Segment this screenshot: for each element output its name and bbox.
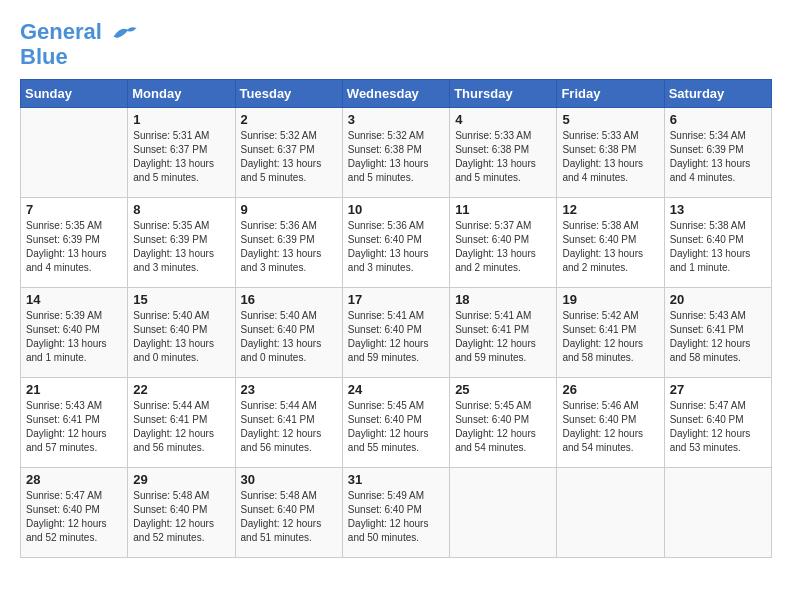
day-info: Sunrise: 5:36 AM Sunset: 6:39 PM Dayligh… xyxy=(241,219,337,275)
calendar-cell: 8Sunrise: 5:35 AM Sunset: 6:39 PM Daylig… xyxy=(128,198,235,288)
calendar-cell: 20Sunrise: 5:43 AM Sunset: 6:41 PM Dayli… xyxy=(664,288,771,378)
day-number: 22 xyxy=(133,382,229,397)
calendar-cell: 19Sunrise: 5:42 AM Sunset: 6:41 PM Dayli… xyxy=(557,288,664,378)
day-info: Sunrise: 5:41 AM Sunset: 6:41 PM Dayligh… xyxy=(455,309,551,365)
day-info: Sunrise: 5:40 AM Sunset: 6:40 PM Dayligh… xyxy=(241,309,337,365)
day-info: Sunrise: 5:32 AM Sunset: 6:37 PM Dayligh… xyxy=(241,129,337,185)
calendar-cell: 21Sunrise: 5:43 AM Sunset: 6:41 PM Dayli… xyxy=(21,378,128,468)
day-number: 31 xyxy=(348,472,444,487)
day-number: 19 xyxy=(562,292,658,307)
day-number: 28 xyxy=(26,472,122,487)
calendar-header: SundayMondayTuesdayWednesdayThursdayFrid… xyxy=(21,80,772,108)
day-info: Sunrise: 5:40 AM Sunset: 6:40 PM Dayligh… xyxy=(133,309,229,365)
calendar-cell: 12Sunrise: 5:38 AM Sunset: 6:40 PM Dayli… xyxy=(557,198,664,288)
day-number: 14 xyxy=(26,292,122,307)
day-number: 24 xyxy=(348,382,444,397)
day-info: Sunrise: 5:45 AM Sunset: 6:40 PM Dayligh… xyxy=(455,399,551,455)
header-cell-saturday: Saturday xyxy=(664,80,771,108)
day-number: 25 xyxy=(455,382,551,397)
day-number: 5 xyxy=(562,112,658,127)
day-info: Sunrise: 5:37 AM Sunset: 6:40 PM Dayligh… xyxy=(455,219,551,275)
calendar-cell: 5Sunrise: 5:33 AM Sunset: 6:38 PM Daylig… xyxy=(557,108,664,198)
day-number: 4 xyxy=(455,112,551,127)
calendar-cell: 14Sunrise: 5:39 AM Sunset: 6:40 PM Dayli… xyxy=(21,288,128,378)
day-number: 6 xyxy=(670,112,766,127)
calendar-cell: 3Sunrise: 5:32 AM Sunset: 6:38 PM Daylig… xyxy=(342,108,449,198)
day-number: 21 xyxy=(26,382,122,397)
day-info: Sunrise: 5:48 AM Sunset: 6:40 PM Dayligh… xyxy=(241,489,337,545)
day-info: Sunrise: 5:43 AM Sunset: 6:41 PM Dayligh… xyxy=(26,399,122,455)
calendar-cell: 23Sunrise: 5:44 AM Sunset: 6:41 PM Dayli… xyxy=(235,378,342,468)
header-cell-sunday: Sunday xyxy=(21,80,128,108)
calendar-cell: 4Sunrise: 5:33 AM Sunset: 6:38 PM Daylig… xyxy=(450,108,557,198)
logo-bird-icon xyxy=(110,21,138,45)
day-number: 3 xyxy=(348,112,444,127)
header-cell-friday: Friday xyxy=(557,80,664,108)
calendar-week-3: 14Sunrise: 5:39 AM Sunset: 6:40 PM Dayli… xyxy=(21,288,772,378)
day-number: 30 xyxy=(241,472,337,487)
day-number: 17 xyxy=(348,292,444,307)
calendar-cell: 28Sunrise: 5:47 AM Sunset: 6:40 PM Dayli… xyxy=(21,468,128,558)
logo: General Blue xyxy=(20,20,138,69)
day-number: 23 xyxy=(241,382,337,397)
header-row: SundayMondayTuesdayWednesdayThursdayFrid… xyxy=(21,80,772,108)
logo-text: General xyxy=(20,20,138,45)
day-number: 1 xyxy=(133,112,229,127)
day-info: Sunrise: 5:49 AM Sunset: 6:40 PM Dayligh… xyxy=(348,489,444,545)
logo-general: General xyxy=(20,19,102,44)
day-info: Sunrise: 5:33 AM Sunset: 6:38 PM Dayligh… xyxy=(455,129,551,185)
day-number: 11 xyxy=(455,202,551,217)
day-info: Sunrise: 5:46 AM Sunset: 6:40 PM Dayligh… xyxy=(562,399,658,455)
calendar-cell: 2Sunrise: 5:32 AM Sunset: 6:37 PM Daylig… xyxy=(235,108,342,198)
day-info: Sunrise: 5:38 AM Sunset: 6:40 PM Dayligh… xyxy=(562,219,658,275)
day-info: Sunrise: 5:38 AM Sunset: 6:40 PM Dayligh… xyxy=(670,219,766,275)
calendar-cell: 15Sunrise: 5:40 AM Sunset: 6:40 PM Dayli… xyxy=(128,288,235,378)
day-number: 9 xyxy=(241,202,337,217)
header-cell-tuesday: Tuesday xyxy=(235,80,342,108)
calendar-cell xyxy=(557,468,664,558)
day-number: 2 xyxy=(241,112,337,127)
page-header: General Blue xyxy=(20,20,772,69)
day-info: Sunrise: 5:39 AM Sunset: 6:40 PM Dayligh… xyxy=(26,309,122,365)
calendar-cell: 26Sunrise: 5:46 AM Sunset: 6:40 PM Dayli… xyxy=(557,378,664,468)
calendar-cell: 6Sunrise: 5:34 AM Sunset: 6:39 PM Daylig… xyxy=(664,108,771,198)
calendar-cell: 30Sunrise: 5:48 AM Sunset: 6:40 PM Dayli… xyxy=(235,468,342,558)
calendar-cell: 13Sunrise: 5:38 AM Sunset: 6:40 PM Dayli… xyxy=(664,198,771,288)
calendar-cell: 27Sunrise: 5:47 AM Sunset: 6:40 PM Dayli… xyxy=(664,378,771,468)
day-info: Sunrise: 5:32 AM Sunset: 6:38 PM Dayligh… xyxy=(348,129,444,185)
day-info: Sunrise: 5:42 AM Sunset: 6:41 PM Dayligh… xyxy=(562,309,658,365)
day-info: Sunrise: 5:43 AM Sunset: 6:41 PM Dayligh… xyxy=(670,309,766,365)
day-info: Sunrise: 5:41 AM Sunset: 6:40 PM Dayligh… xyxy=(348,309,444,365)
logo-blue: Blue xyxy=(20,45,138,69)
calendar-cell xyxy=(450,468,557,558)
calendar-cell: 22Sunrise: 5:44 AM Sunset: 6:41 PM Dayli… xyxy=(128,378,235,468)
calendar-week-5: 28Sunrise: 5:47 AM Sunset: 6:40 PM Dayli… xyxy=(21,468,772,558)
day-number: 10 xyxy=(348,202,444,217)
day-info: Sunrise: 5:48 AM Sunset: 6:40 PM Dayligh… xyxy=(133,489,229,545)
day-info: Sunrise: 5:44 AM Sunset: 6:41 PM Dayligh… xyxy=(241,399,337,455)
day-number: 13 xyxy=(670,202,766,217)
day-info: Sunrise: 5:33 AM Sunset: 6:38 PM Dayligh… xyxy=(562,129,658,185)
day-number: 12 xyxy=(562,202,658,217)
day-number: 29 xyxy=(133,472,229,487)
header-cell-monday: Monday xyxy=(128,80,235,108)
calendar-cell: 11Sunrise: 5:37 AM Sunset: 6:40 PM Dayli… xyxy=(450,198,557,288)
calendar-cell: 24Sunrise: 5:45 AM Sunset: 6:40 PM Dayli… xyxy=(342,378,449,468)
day-number: 27 xyxy=(670,382,766,397)
day-number: 15 xyxy=(133,292,229,307)
calendar-cell: 18Sunrise: 5:41 AM Sunset: 6:41 PM Dayli… xyxy=(450,288,557,378)
calendar-cell: 16Sunrise: 5:40 AM Sunset: 6:40 PM Dayli… xyxy=(235,288,342,378)
calendar-cell xyxy=(664,468,771,558)
day-info: Sunrise: 5:45 AM Sunset: 6:40 PM Dayligh… xyxy=(348,399,444,455)
day-number: 16 xyxy=(241,292,337,307)
day-info: Sunrise: 5:34 AM Sunset: 6:39 PM Dayligh… xyxy=(670,129,766,185)
day-number: 18 xyxy=(455,292,551,307)
calendar-cell xyxy=(21,108,128,198)
calendar-cell: 1Sunrise: 5:31 AM Sunset: 6:37 PM Daylig… xyxy=(128,108,235,198)
calendar-cell: 17Sunrise: 5:41 AM Sunset: 6:40 PM Dayli… xyxy=(342,288,449,378)
calendar-table: SundayMondayTuesdayWednesdayThursdayFrid… xyxy=(20,79,772,558)
calendar-cell: 29Sunrise: 5:48 AM Sunset: 6:40 PM Dayli… xyxy=(128,468,235,558)
day-number: 7 xyxy=(26,202,122,217)
calendar-cell: 7Sunrise: 5:35 AM Sunset: 6:39 PM Daylig… xyxy=(21,198,128,288)
day-info: Sunrise: 5:36 AM Sunset: 6:40 PM Dayligh… xyxy=(348,219,444,275)
